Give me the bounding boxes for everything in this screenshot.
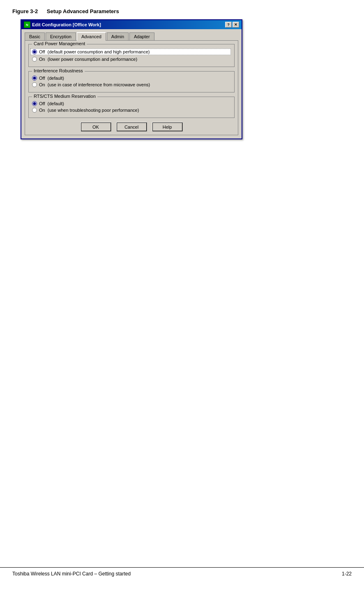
tab-adapter[interactable]: Adapter	[129, 32, 154, 40]
footer-page: 1-22	[342, 571, 352, 577]
tab-encryption[interactable]: Encryption	[46, 32, 76, 40]
group-interference-content: Off (default) On (use in case of interfe…	[32, 76, 231, 87]
tab-advanced[interactable]: Advanced	[77, 32, 106, 41]
power-off-radio[interactable]	[32, 49, 37, 54]
help-title-button[interactable]: ?	[225, 22, 232, 28]
figure-caption: Figure 3-2 Setup Advanced Parameters	[12, 8, 352, 14]
interf-off-label: Off (default)	[39, 76, 64, 81]
power-on-label: On (lower power consumption and performa…	[39, 57, 137, 62]
close-title-button[interactable]: ✕	[233, 22, 239, 28]
rts-on-row: On (use when troubleshooting poor perfor…	[32, 108, 231, 113]
power-off-row: Off (default power consumption and high …	[30, 49, 231, 55]
group-card-power: Card Power Management Off (default power…	[28, 44, 235, 67]
interf-off-radio[interactable]	[32, 76, 37, 81]
title-bar-left: N Edit Configuration [Office Work]	[24, 21, 101, 28]
group-card-power-content: Off (default power consumption and high …	[32, 49, 231, 62]
rts-off-label: Off (default)	[39, 101, 64, 106]
power-on-radio[interactable]	[32, 57, 37, 62]
figure-title-text: Setup Advanced Parameters	[47, 8, 119, 14]
group-interference: Interference Robustness Off (default) On…	[28, 71, 235, 92]
interf-on-radio[interactable]	[32, 82, 37, 87]
rts-off-row: Off (default)	[32, 101, 231, 106]
tab-basic[interactable]: Basic	[25, 32, 45, 40]
group-rts-cts-legend: RTS/CTS Medium Reservation	[32, 94, 97, 99]
tab-admin[interactable]: Admin	[107, 32, 129, 40]
figure-label: Figure 3-2	[12, 8, 38, 14]
footer-text: Toshiba Wireless LAN mini-PCI Card – Get…	[12, 571, 131, 577]
rts-on-label: On (use when troubleshooting poor perfor…	[39, 108, 139, 113]
tabs-container: Basic Encryption Advanced Admin Adapter	[25, 32, 238, 40]
interf-off-row: Off (default)	[32, 76, 231, 81]
dialog-title: Edit Configuration [Office Work]	[32, 22, 101, 27]
page-footer: Toshiba Wireless LAN mini-PCI Card – Get…	[0, 567, 364, 577]
title-bar: N Edit Configuration [Office Work] ? ✕	[21, 20, 242, 29]
interf-on-label: On (use in case of interference from mic…	[39, 82, 150, 87]
app-icon: N	[24, 21, 30, 28]
ok-button[interactable]: OK	[81, 122, 111, 132]
tab-content-advanced: Card Power Management Off (default power…	[25, 40, 238, 135]
power-off-label: Off (default power consumption and high …	[39, 49, 150, 54]
rts-off-radio[interactable]	[32, 101, 37, 106]
help-button[interactable]: Help	[152, 122, 183, 132]
interf-on-row: On (use in case of interference from mic…	[32, 82, 231, 87]
group-rts-cts-content: Off (default) On (use when troubleshooti…	[32, 101, 231, 113]
dialog-body: Basic Encryption Advanced Admin Adapter …	[21, 29, 242, 139]
rts-on-radio[interactable]	[32, 108, 37, 113]
title-bar-buttons: ? ✕	[225, 22, 239, 28]
power-on-row: On (lower power consumption and performa…	[32, 57, 231, 62]
group-card-power-legend: Card Power Management	[32, 41, 87, 46]
cancel-button[interactable]: Cancel	[116, 122, 147, 132]
group-rts-cts: RTS/CTS Medium Reservation Off (default)…	[28, 97, 235, 118]
group-interference-legend: Interference Robustness	[32, 68, 85, 73]
dialog-window: N Edit Configuration [Office Work] ? ✕ B…	[21, 19, 242, 139]
dialog-buttons: OK Cancel Help	[28, 122, 235, 132]
